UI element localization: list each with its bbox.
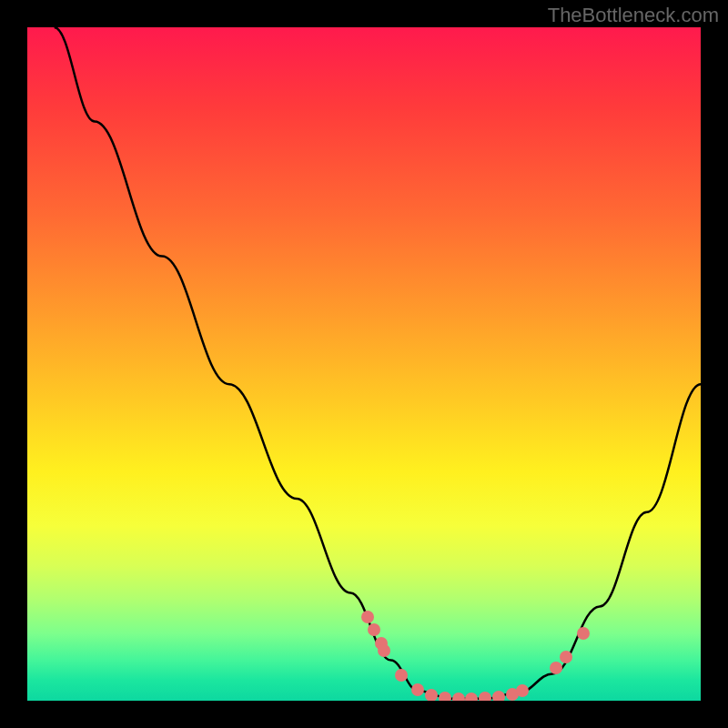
data-point	[368, 623, 380, 636]
data-point	[560, 651, 572, 663]
data-point	[577, 627, 590, 640]
data-point	[516, 684, 529, 697]
plot-area	[27, 27, 701, 701]
data-point	[395, 669, 408, 682]
data-point	[550, 662, 562, 674]
data-point	[492, 691, 505, 701]
chart-container: TheBottleneck.com	[0, 0, 728, 728]
data-point	[411, 683, 424, 696]
data-point	[361, 611, 374, 623]
data-point	[378, 644, 390, 657]
data-point	[439, 692, 451, 701]
data-points-layer	[27, 27, 701, 701]
data-point	[452, 693, 465, 701]
data-point	[479, 692, 491, 701]
data-point	[465, 693, 478, 701]
data-point	[425, 689, 438, 701]
attribution-text: TheBottleneck.com	[548, 4, 719, 27]
